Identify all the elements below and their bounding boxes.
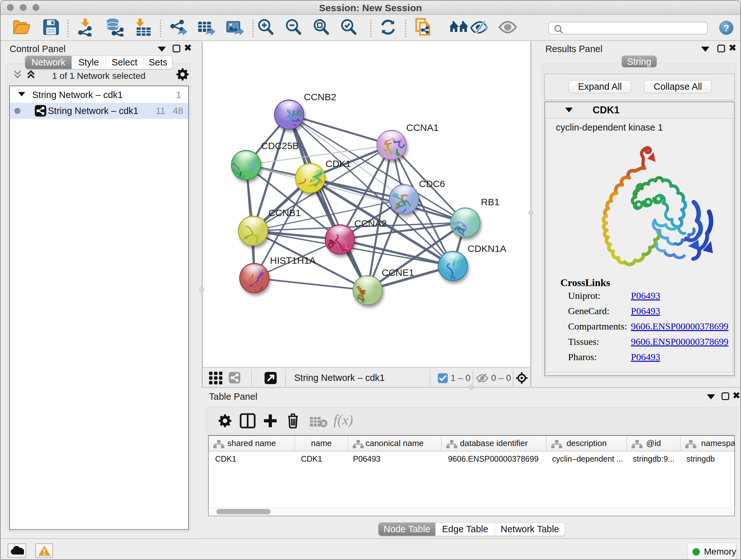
zoom-selected-icon[interactable] [340, 18, 357, 37]
delete-table-icon[interactable] [309, 416, 328, 429]
network-options-gear-icon[interactable] [176, 68, 189, 82]
network-collection-row[interactable]: String Network – cdk1 1 [10, 87, 188, 103]
panel-float-icon[interactable] [718, 45, 725, 54]
network-label: String Network – cdk1 [48, 106, 138, 116]
export-image-icon[interactable] [226, 18, 244, 38]
scrollbar-thumb[interactable] [216, 509, 271, 514]
search-box [548, 22, 708, 35]
open-in-browser-icon[interactable] [265, 372, 277, 384]
network-row-selected[interactable]: String Network – cdk1 11 48 [10, 103, 188, 119]
import-network-from-file-icon[interactable] [76, 18, 94, 38]
table-cell[interactable]: stringdb:9... [627, 451, 681, 466]
memory-button[interactable]: Memory [687, 543, 737, 560]
panel-menu-icon[interactable] [707, 394, 715, 401]
table-cell[interactable]: CDK1 [209, 451, 295, 466]
crosslink-row: Uniprot: P06493 [568, 290, 728, 306]
delete-column-trash-icon[interactable] [286, 413, 300, 430]
table-cell[interactable]: CDK1 [295, 451, 348, 466]
table-options-gear-icon[interactable] [218, 414, 232, 429]
tab-node-table[interactable]: Node Table [379, 523, 435, 536]
status-bar: Memory [1, 538, 740, 560]
panel-menu-icon[interactable] [158, 47, 166, 53]
control-panel: Control Panel ✖ Network Style Select Set… [1, 42, 202, 538]
import-table-from-file-icon[interactable] [134, 18, 152, 38]
column-header[interactable]: canonical name [348, 436, 442, 451]
network-edge-count: 48 [164, 106, 183, 116]
first-neighbors-icon[interactable] [449, 19, 469, 37]
zoom-fit-icon[interactable] [312, 18, 330, 37]
protein-section-header[interactable]: CDK1 [545, 103, 734, 118]
separator [473, 372, 473, 384]
tab-network-table[interactable]: Network Table [495, 523, 565, 536]
table-cell[interactable]: 9606.ENSP00000378699 [442, 451, 547, 466]
toolbar-separator [67, 20, 69, 37]
table-row[interactable]: CDK1 CDK1 P06493 9606.ENSP00000378699 cy… [209, 451, 734, 466]
network-type-badge-icon[interactable] [229, 372, 240, 383]
create-column-plus-icon[interactable] [263, 413, 278, 430]
column-header[interactable]: namespace [681, 436, 735, 451]
open-file-icon[interactable] [12, 19, 31, 37]
tab-sets[interactable]: Sets [144, 56, 172, 69]
splitter-grip[interactable] [529, 210, 533, 215]
panel-float-icon[interactable] [722, 392, 729, 401]
table-header-row: shared name name canonical name database… [209, 436, 734, 451]
hide-selected-icon[interactable] [470, 19, 488, 37]
panel-close-icon[interactable]: ✖ [184, 44, 192, 52]
selected-checkbox-icon[interactable] [438, 373, 448, 383]
help-button[interactable]: ? [719, 21, 733, 35]
zoom-in-icon[interactable] [257, 18, 274, 37]
table-cell[interactable]: stringdb [681, 451, 735, 466]
collapse-section-icon[interactable] [565, 108, 573, 114]
show-all-icon[interactable] [498, 19, 517, 36]
panel-float-icon[interactable] [173, 45, 180, 54]
column-header[interactable]: database identifier [442, 436, 547, 451]
show-columns-icon[interactable] [240, 413, 256, 430]
hidden-eye-icon[interactable] [476, 373, 488, 384]
panel-close-icon[interactable]: ✖ [729, 44, 737, 52]
zoom-out-icon[interactable] [284, 18, 302, 37]
tab-string[interactable]: String [622, 56, 657, 67]
crosslink-link[interactable]: P06493 [631, 352, 660, 362]
splitter-grip[interactable] [199, 287, 204, 292]
expand-all-button[interactable]: Expand All [569, 80, 631, 93]
memory-label: Memory [704, 547, 736, 557]
search-input[interactable] [565, 23, 703, 33]
tab-style[interactable]: Style [72, 56, 106, 69]
splitter-grip[interactable] [469, 385, 474, 389]
copy-style-icon[interactable] [414, 17, 432, 38]
birds-eye-view-icon[interactable] [208, 371, 223, 386]
crosslink-label: Uniprot: [568, 290, 601, 301]
table-cell[interactable]: P06493 [348, 451, 442, 466]
crosslink-link[interactable]: 9606.ENSP00000378699 [631, 336, 729, 347]
separator [285, 370, 286, 386]
refresh-icon[interactable] [379, 18, 397, 37]
export-network-icon[interactable] [169, 18, 187, 38]
fit-selected-crosshair-icon[interactable] [515, 372, 528, 386]
network-selection-status: 1 of 1 Network selected [7, 71, 190, 81]
tab-select[interactable]: Select [106, 56, 144, 69]
crosslink-link[interactable]: P06493 [631, 306, 660, 316]
save-session-icon[interactable] [43, 18, 60, 37]
crosslink-link[interactable]: 9606.ENSP00000378699 [631, 321, 729, 332]
table-cell[interactable]: cyclin–dependent ... [547, 451, 627, 466]
import-network-from-database-icon[interactable] [105, 18, 124, 38]
network-tab-content: 1 of 1 Network selected String Network –… [7, 64, 191, 532]
column-header[interactable]: description [547, 436, 627, 451]
cloud-button[interactable] [8, 543, 26, 558]
tab-network[interactable]: Network [25, 56, 72, 69]
warnings-button[interactable] [36, 543, 53, 558]
panel-close-icon[interactable]: ✖ [732, 392, 740, 400]
export-table-icon[interactable] [197, 18, 215, 38]
column-header[interactable]: @id [627, 436, 681, 451]
panel-menu-icon[interactable] [701, 47, 710, 53]
collapse-all-button[interactable]: Collapse All [644, 80, 712, 93]
column-header[interactable]: shared name [209, 436, 295, 451]
protein-description: cyclin-dependent kinase 1 [556, 122, 663, 133]
crosslink-link[interactable]: P06493 [631, 290, 660, 301]
function-builder-icon[interactable]: f(x) [333, 412, 353, 428]
network-canvas[interactable]: CCNB2CCNA1CDC25BCDK1CDC6RB1CCNB1CCNA2CDK… [203, 42, 530, 367]
collection-expand-icon[interactable] [18, 92, 25, 98]
table-horizontal-scrollbar[interactable] [208, 508, 735, 516]
tab-edge-table[interactable]: Edge Table [435, 523, 495, 536]
column-header[interactable]: name [295, 436, 348, 451]
